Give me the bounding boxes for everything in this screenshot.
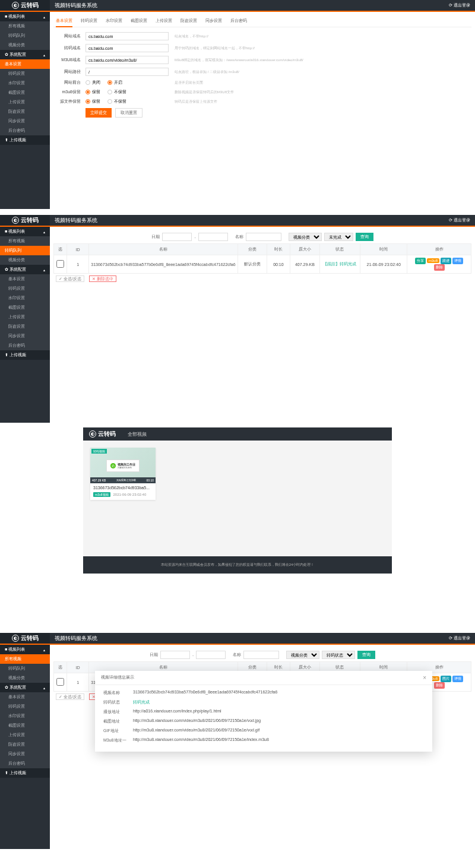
filter-date-from[interactable] xyxy=(162,233,192,241)
sidebar-category[interactable]: 视频分类 xyxy=(0,255,50,265)
query-button[interactable]: 查询 xyxy=(356,233,373,241)
logout-link[interactable]: ⟳ 退出登录 xyxy=(449,2,470,8)
sidebar-transcode[interactable]: 转码设置 xyxy=(0,702,50,711)
radio-site-bg-on[interactable]: 开启 xyxy=(107,80,122,85)
select-all-button[interactable]: ✓ 全选/反选 xyxy=(56,275,84,282)
footer-text: 本站资源均来自互联网或会员发布，如果侵犯了您的权益请与我们联系，我们将在24小时… xyxy=(83,556,392,574)
tab-basic[interactable]: 基本设置 xyxy=(56,15,72,27)
logo: ◐云转码 xyxy=(0,0,50,11)
op-delete[interactable]: 删除 xyxy=(434,264,445,271)
sidebar-upload[interactable]: 上传设置 xyxy=(0,312,50,322)
radio-m3u8-keep[interactable]: 保留 xyxy=(86,89,100,95)
filter-category-select[interactable]: 视频分类 xyxy=(286,651,319,659)
op-detail[interactable]: 详情 xyxy=(452,676,463,682)
radio-src-del[interactable]: 不保留 xyxy=(107,99,126,104)
input-site-domain[interactable] xyxy=(86,32,169,40)
sidebar-queue[interactable]: 转码队列 xyxy=(0,246,50,255)
op-share[interactable]: 分享 xyxy=(415,258,426,264)
row-name: 3136673d562bcb74d933ba577b0e6df8_8eee1ad… xyxy=(89,255,238,274)
input-trans-domain[interactable] xyxy=(86,44,169,52)
sidebar-screenshot[interactable]: 截图设置 xyxy=(0,303,50,312)
sidebar-sys-config[interactable]: ✿ 系统配置▴ xyxy=(0,50,50,59)
sidebar-category[interactable]: 视频分类 xyxy=(0,40,50,50)
close-icon[interactable]: × xyxy=(423,674,426,681)
filter-date-from[interactable] xyxy=(160,651,190,659)
reset-button[interactable]: 取消重置 xyxy=(115,108,142,118)
select-all-button[interactable]: ✓ 全选/反选 xyxy=(56,693,84,700)
logout-link[interactable]: ⟳ 退出登录 xyxy=(449,217,470,223)
sidebar-all-videos[interactable]: 所有视频 xyxy=(0,654,50,664)
tab-transcode[interactable]: 转码设置 xyxy=(81,15,97,27)
sidebar-video-list[interactable]: ■ 视频列表▴ xyxy=(0,645,50,654)
delete-selected-button[interactable]: ✕ 删除选中 xyxy=(89,275,116,282)
filter-status-select[interactable]: 未完成 xyxy=(324,233,353,241)
sidebar-password[interactable]: 后台密码 xyxy=(0,759,50,768)
sidebar-antileech[interactable]: 防盗设置 xyxy=(0,107,50,116)
sidebar-sync[interactable]: 同步设置 xyxy=(0,116,50,126)
sidebar-basic[interactable]: 基本设置 xyxy=(0,692,50,702)
sidebar-all-videos[interactable]: 所有视频 xyxy=(0,21,50,31)
th-time: 时间 xyxy=(360,244,407,255)
sidebar-sync[interactable]: 同步设置 xyxy=(0,331,50,341)
submit-button[interactable]: 立即提交 xyxy=(86,108,112,118)
logout-link[interactable]: ⟳ 退出登录 xyxy=(449,635,470,641)
sidebar-screenshot[interactable]: 截图设置 xyxy=(0,88,50,97)
radio-m3u8-del[interactable]: 不保留 xyxy=(107,89,126,95)
op-detail[interactable]: 详情 xyxy=(452,258,463,264)
sidebar-sys-config[interactable]: ✿ 系统配置▴ xyxy=(0,683,50,692)
tab-password[interactable]: 后台密码 xyxy=(230,15,247,27)
tab-antileech[interactable]: 防盗设置 xyxy=(180,15,197,27)
tab-sync[interactable]: 同步设置 xyxy=(205,15,222,27)
sidebar-video-list[interactable]: ■ 视频列表▴ xyxy=(0,227,50,236)
sidebar-video-list[interactable]: ■ 视频列表▴ xyxy=(0,12,50,21)
filter-name-input[interactable] xyxy=(246,233,281,241)
sidebar-sys-config[interactable]: ✿ 系统配置▴ xyxy=(0,265,50,274)
sidebar-watermark[interactable]: 水印设置 xyxy=(0,293,50,303)
sidebar-screenshot[interactable]: 截图设置 xyxy=(0,721,50,730)
nav-all-videos[interactable]: 全部视频 xyxy=(128,431,147,438)
row-checkbox[interactable] xyxy=(56,678,64,686)
filter-date-to[interactable] xyxy=(198,233,228,241)
sidebar-upload-video[interactable]: ⬆ 上传视频 xyxy=(0,768,50,778)
sidebar-upload[interactable]: 上传设置 xyxy=(0,730,50,740)
sidebar-basic[interactable]: 基本设置 xyxy=(0,274,50,284)
video-card[interactable]: 转码视频 ✆ 视频加工作业XIANDOUER 407.29 KB 无限视频 正在… xyxy=(90,448,156,500)
tab-screenshot[interactable]: 截图设置 xyxy=(131,15,147,27)
sidebar-upload[interactable]: 上传设置 xyxy=(0,97,50,107)
radio-site-bg-off[interactable]: 关闭 xyxy=(86,80,100,85)
modal-shot-value: http://m3u8.xiandouer.com/video/m3u8/202… xyxy=(133,718,424,724)
input-site-path[interactable] xyxy=(86,68,169,76)
query-button[interactable]: 查询 xyxy=(357,651,375,659)
sidebar-watermark[interactable]: 水印设置 xyxy=(0,711,50,721)
sidebar-upload-video[interactable]: ⬆ 上传视频 xyxy=(0,350,50,360)
filter-status-select[interactable]: 转码状态 xyxy=(322,651,355,659)
sidebar-transcode[interactable]: 转码设置 xyxy=(0,284,50,293)
radio-src-keep[interactable]: 保留 xyxy=(86,99,100,104)
row-checkbox[interactable] xyxy=(56,260,64,268)
sidebar-queue[interactable]: 转码队列 xyxy=(0,664,50,673)
op-image[interactable]: 图片 xyxy=(441,676,451,682)
sidebar-password[interactable]: 后台密码 xyxy=(0,126,50,135)
sidebar-password[interactable]: 后台密码 xyxy=(0,341,50,350)
filter-name-input[interactable] xyxy=(243,651,279,659)
sidebar-category[interactable]: 视频分类 xyxy=(0,673,50,683)
sidebar-antileech[interactable]: 防盗设置 xyxy=(0,322,50,331)
op-track[interactable]: 跟进 xyxy=(441,258,451,264)
tab-watermark[interactable]: 水印设置 xyxy=(106,15,122,27)
sidebar-watermark[interactable]: 水印设置 xyxy=(0,78,50,88)
sidebar-transcode[interactable]: 转码设置 xyxy=(0,69,50,78)
input-m3u8-domain[interactable] xyxy=(86,56,169,64)
sidebar-antileech[interactable]: 防盗设置 xyxy=(0,740,50,749)
filter-date-to[interactable] xyxy=(196,651,226,659)
sidebar-all-videos[interactable]: 所有视频 xyxy=(0,236,50,246)
op-m3u8[interactable]: m3u8 xyxy=(427,258,439,263)
op-delete[interactable]: 删除 xyxy=(434,682,445,689)
label-site-domain: 网站域名 xyxy=(56,33,86,39)
sidebar-upload-video[interactable]: ⬆ 上传视频 xyxy=(0,135,50,145)
sidebar-queue[interactable]: 转码队列 xyxy=(0,31,50,40)
sidebar-sync[interactable]: 同步设置 xyxy=(0,749,50,759)
th-dur: 时长 xyxy=(267,244,290,255)
sidebar-basic[interactable]: 基本设置 xyxy=(0,59,50,69)
filter-category-select[interactable]: 视频分类 xyxy=(289,233,322,241)
tab-upload[interactable]: 上传设置 xyxy=(156,15,172,27)
